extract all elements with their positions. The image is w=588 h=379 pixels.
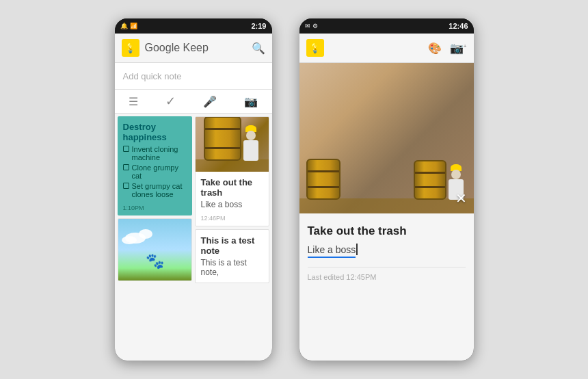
right-settings-icon: ⚙ [312,23,318,29]
note-separator [308,267,466,267]
left-status-icons-left: 🔔 📶 [120,23,137,29]
left-status-bar: 🔔 📶 2:19 [115,18,272,34]
note-card-image[interactable]: Take out the trash Like a boss 12:46PM [195,116,269,226]
right-status-icons-left: ✉ ⚙ [305,23,318,29]
notes-col-left: Destroy happiness Invent cloning machine… [118,116,192,358]
check-item-1: Invent cloning machine [123,145,187,161]
note-card-teal[interactable]: Destroy happiness Invent cloning machine… [118,116,192,215]
note-test-title: This is a test note [201,235,263,256]
app-title: Google Keep [145,42,246,54]
barrel-stripe-bottom [205,147,240,149]
text-cursor [356,244,360,255]
figure-head [246,131,256,140]
checkbox-2[interactable] [123,164,129,170]
keep-logo: 💡 [122,39,139,57]
palette-icon[interactable]: 🎨 [428,42,442,55]
right-note-body-wrapper[interactable]: Like a boss [308,244,466,256]
right-header-icons: 🎨 📷+ [428,42,467,55]
right-barrel [414,160,446,200]
left-notif-icon: 🔔 [120,23,128,29]
camera-plus-icon[interactable]: 📷+ [450,42,467,55]
note-checklist: Invent cloning machine Clone grumpy cat … [118,145,192,205]
right-note-content: Take out the trash Like a boss Last edit… [299,213,474,361]
right-app-header: 💡 🎨 📷+ [299,34,474,63]
note-trash-text: Like a boss [201,200,263,209]
cloud-3 [139,229,152,239]
note-trash-title: Take out the trash [201,177,263,198]
left-signal-icon: 📶 [130,23,137,29]
right-note-title: Take out the trash [308,224,466,238]
right-note-image: ✕ [299,63,474,213]
check-label-2: Clone grumpy cat [132,164,187,180]
right-floor-bar [299,198,474,213]
note-image-sky: 🐾 [118,219,191,280]
barrel-stripe-top [205,128,240,130]
check-label-3: Set grumpy cat clones loose [132,182,187,198]
left-barrel-right [306,159,340,200]
left-app-content: 💡 Google Keep 🔍 Add quick note ☰ ✓ 🎤 📷 D… [115,34,272,361]
note-card-test[interactable]: This is a test note This is a test note, [195,229,269,283]
note-test-body: This is a test note This is a test note, [196,230,269,283]
close-button[interactable]: ✕ [455,190,467,207]
cloud-2 [122,236,137,244]
toolbar-row: ☰ ✓ 🎤 📷 [115,90,272,114]
right-app-content: 💡 🎨 📷+ [299,34,474,361]
checkbox-3[interactable] [123,183,129,189]
figure-container [243,140,258,161]
note-card-sky[interactable]: 🐾 [118,218,192,281]
note-trash-body: Take out the trash Like a boss [196,172,269,215]
quick-note-bar[interactable]: Add quick note [115,63,272,90]
left-barrel-scene-right [306,159,340,200]
note-timestamp-1: 1:10PM [118,205,192,215]
right-note-timestamp: Last edited 12:45PM [308,273,466,281]
notes-col-right: Take out the trash Like a boss 12:46PM T… [195,116,269,358]
sky-figure: 🐾 [146,252,164,270]
right-figure-head [451,170,461,179]
checkbox-1[interactable] [123,146,129,152]
quick-note-placeholder: Add quick note [123,71,182,81]
right-mail-icon: ✉ [305,23,310,29]
note-destroy-title: Destroy happiness [118,116,192,145]
camera-icon[interactable]: 📷 [244,95,258,108]
check-item-2: Clone grumpy cat [123,164,187,180]
right-status-bar: ✉ ⚙ 12:46 [299,18,474,34]
note-image-barrel [196,117,269,172]
list-icon[interactable]: ☰ [129,95,138,108]
search-icon[interactable]: 🔍 [252,42,265,55]
check-label-1: Invent cloning machine [132,145,187,161]
left-phone: 🔔 📶 2:19 💡 Google Keep 🔍 Add quick note … [115,18,272,361]
left-barrel-stripe-top [308,170,339,172]
check-item-3: Set grumpy cat clones loose [123,182,187,198]
floor-bar [196,159,269,172]
left-clock: 2:19 [251,22,266,30]
note-test-text: This is a test note, [201,258,263,277]
notes-grid: Destroy happiness Invent cloning machine… [115,114,272,361]
right-clock: 12:46 [449,22,468,30]
right-keep-logo: 💡 [306,39,324,57]
note-timestamp-2: 12:46PM [196,215,269,226]
right-note-body: Like a boss [308,244,356,258]
right-barrel-stripe-top [415,172,445,174]
right-barrel-stripe-bottom [415,186,445,188]
figure-body [243,140,258,161]
mic-icon[interactable]: 🎤 [203,95,217,108]
left-barrel-stripe-bottom [308,186,339,188]
left-app-header: 💡 Google Keep 🔍 [115,34,272,63]
right-phone: ✉ ⚙ 12:46 💡 🎨 📷+ [299,18,474,361]
check-icon[interactable]: ✓ [165,94,176,109]
barrel-object [204,117,241,161]
barrel-scene [204,117,258,161]
